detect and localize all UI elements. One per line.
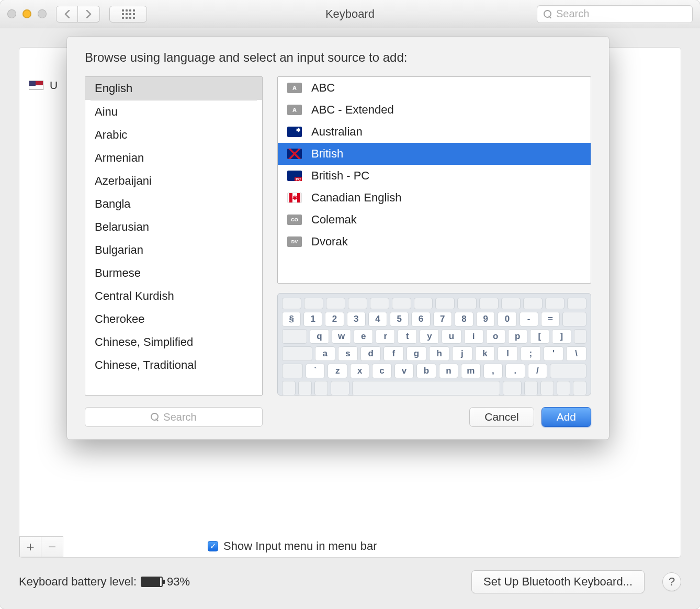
input-source-item[interactable]: DVDvorak <box>278 231 591 253</box>
forward-button[interactable] <box>78 6 100 22</box>
key: 1 <box>303 312 322 326</box>
input-source-label: Canadian English <box>311 191 401 205</box>
key: f <box>383 346 404 361</box>
key: t <box>398 329 417 344</box>
key: l <box>498 346 518 361</box>
language-item[interactable]: Central Kurdish <box>85 285 262 308</box>
back-button[interactable] <box>56 6 78 22</box>
flag-icon: ✱ <box>287 193 302 203</box>
key: d <box>360 346 381 361</box>
key <box>304 298 323 309</box>
search-icon <box>544 10 552 18</box>
remove-source-button[interactable]: − <box>41 536 63 557</box>
input-source-item[interactable]: ✱Canadian English <box>278 187 591 209</box>
key: - <box>520 312 538 326</box>
input-source-item[interactable]: AABC - Extended <box>278 99 591 121</box>
key: \ <box>566 346 586 361</box>
key: v <box>394 364 414 378</box>
input-source-item[interactable]: COColemak <box>278 209 591 231</box>
language-item[interactable]: Belarusian <box>85 216 262 239</box>
existing-source-row[interactable]: U <box>29 79 58 92</box>
key: m <box>461 364 480 378</box>
setup-bluetooth-button[interactable]: Set Up Bluetooth Keyboard... <box>471 570 645 593</box>
key: y <box>420 329 439 344</box>
key: q <box>310 329 329 344</box>
language-item[interactable]: Arabic <box>85 123 262 146</box>
toolbar-search[interactable]: Search <box>537 5 693 23</box>
key: 5 <box>390 312 409 326</box>
key: [ <box>530 329 549 344</box>
input-source-item[interactable]: PCBritish - PC <box>278 165 591 187</box>
key: r <box>376 329 395 344</box>
language-item[interactable]: Chinese, Traditional <box>85 354 262 377</box>
layout-icon: A <box>287 105 302 115</box>
key: ` <box>306 364 325 378</box>
language-item[interactable]: Ainu <box>85 100 262 123</box>
language-item[interactable]: Armenian <box>85 146 262 170</box>
key <box>326 298 345 309</box>
key <box>435 298 455 309</box>
key: 8 <box>455 312 473 326</box>
input-source-label: Australian <box>311 125 363 139</box>
search-placeholder: Search <box>556 8 589 20</box>
add-button[interactable]: Add <box>541 407 591 427</box>
keyboard-preview: §1234567890-=qwertyuiop[]asdfghjkl;'\`zx… <box>277 293 591 396</box>
key: ; <box>521 346 541 361</box>
language-item[interactable]: Bangla <box>85 193 262 216</box>
key: = <box>541 312 560 326</box>
key: a <box>315 346 335 361</box>
sheet-search[interactable]: Search <box>85 407 263 427</box>
language-item[interactable]: Burmese <box>85 262 262 285</box>
add-source-button[interactable]: + <box>19 536 41 557</box>
input-source-item[interactable]: AABC <box>278 77 591 99</box>
flag-icon <box>287 127 302 137</box>
checkbox-icon: ✓ <box>208 541 218 551</box>
language-item[interactable]: Azerbaijani <box>85 170 262 193</box>
language-item[interactable]: English <box>85 77 262 100</box>
layout-icon: A <box>287 83 302 93</box>
key: s <box>338 346 358 361</box>
add-remove-controls: + − <box>19 536 63 557</box>
input-source-list[interactable]: AABCAABC - ExtendedAustralianBritishPCBr… <box>277 76 591 284</box>
key: 7 <box>433 312 452 326</box>
battery-icon <box>141 577 163 587</box>
help-button[interactable]: ? <box>662 572 681 591</box>
battery-percent: 93% <box>167 575 190 589</box>
show-input-menu-row[interactable]: ✓ Show Input menu in menu bar <box>208 539 377 553</box>
layout-icon: DV <box>287 236 302 247</box>
key: , <box>483 364 503 378</box>
grid-icon <box>122 9 135 19</box>
battery-status: Keyboard battery level: 93% <box>19 575 190 589</box>
add-input-source-sheet: Browse using language and select an inpu… <box>67 37 609 439</box>
language-list[interactable]: EnglishAinuArabicArmenianAzerbaijaniBang… <box>85 76 263 396</box>
sheet-search-placeholder: Search <box>163 411 196 423</box>
key <box>392 298 411 309</box>
input-source-item[interactable]: Australian <box>278 121 591 143</box>
key: p <box>508 329 527 344</box>
flag-icon <box>287 149 302 159</box>
language-item[interactable]: Cherokee <box>85 308 262 331</box>
key: z <box>328 364 347 378</box>
input-source-label: ABC - Extended <box>311 103 394 117</box>
key <box>523 298 543 309</box>
traffic-lights <box>7 9 47 18</box>
key: / <box>528 364 547 378</box>
close-window-button[interactable] <box>7 9 16 18</box>
language-item[interactable]: Chinese, Simplified <box>85 331 262 354</box>
zoom-window-button[interactable] <box>38 9 47 18</box>
key: j <box>452 346 472 361</box>
key: ] <box>552 329 571 344</box>
minimize-window-button[interactable] <box>22 9 31 18</box>
key <box>501 298 521 309</box>
show-all-button[interactable] <box>109 6 147 22</box>
us-flag-icon <box>29 81 43 90</box>
key: 9 <box>476 312 495 326</box>
key <box>567 298 586 309</box>
input-source-item[interactable]: British <box>278 143 591 165</box>
language-item[interactable]: Bulgarian <box>85 239 262 262</box>
cancel-button[interactable]: Cancel <box>469 407 534 427</box>
key <box>457 298 477 309</box>
input-source-label: ABC <box>311 81 335 95</box>
nav-buttons <box>56 6 100 22</box>
show-input-menu-label: Show Input menu in menu bar <box>223 539 377 553</box>
